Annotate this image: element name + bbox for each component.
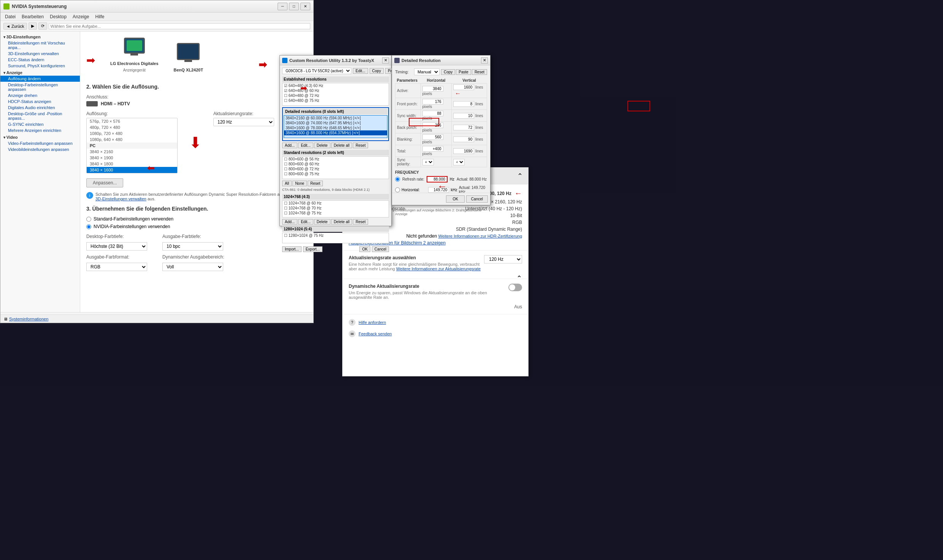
cru-edit-btn[interactable]: Edit... — [353, 68, 368, 74]
cru-reset2-btn[interactable]: Reset — [308, 181, 323, 186]
dr-ok-btn[interactable]: OK — [446, 195, 464, 203]
sidebar-item-hdcp[interactable]: HDCP-Status anzeigen — [0, 98, 80, 105]
cru-reset-btn[interactable]: Reset — [353, 143, 368, 148]
dr-close-button[interactable]: ✕ — [481, 57, 488, 63]
sidebar-item-ecc[interactable]: ECC-Status ändern — [0, 57, 80, 63]
radio-standard[interactable]: Standard-Farbeinstellungen verwenden — [86, 216, 307, 222]
res-3840-1800[interactable]: 3840 × 1800 — [87, 161, 177, 167]
cru-det-item-3[interactable]: 3840×1600 @ 78.000 Hz (648.65 MHz) [+/+] — [284, 125, 387, 130]
cru-1024-item-2[interactable]: 1024×768 @ 70 Hz — [283, 206, 389, 211]
resolution-list[interactable]: 576p, 720 × 576 480p, 720 × 480 1080p, 7… — [86, 118, 178, 173]
output-format-select[interactable]: RGB — [86, 263, 147, 271]
sp-feedback-link[interactable]: Feedback senden — [359, 332, 392, 336]
back-button[interactable]: ◄ Zurück — [3, 23, 27, 30]
cru-std-item-2[interactable]: 800×600 @ 60 Hz — [283, 162, 389, 167]
customize-button[interactable]: Anpassen... — [86, 178, 123, 187]
cru-deleteall3-btn[interactable]: Delete all — [331, 219, 352, 225]
sidebar-item-surround[interactable]: Surround, PhysX konfigurieren — [0, 63, 80, 69]
cru-std-item-3[interactable]: 800×600 @ 72 Hz — [283, 167, 389, 171]
status-link[interactable]: Systeminformationen — [9, 317, 48, 321]
sp-refresh-link[interactable]: Weitere Informationen zur Aktualisierung… — [396, 267, 481, 271]
sp-expand-icon[interactable]: ⌃ — [517, 172, 523, 180]
dr-active-h-input[interactable] — [422, 86, 443, 92]
sidebar-section-3d[interactable]: 3D-Einstellungen — [0, 33, 80, 40]
res-1080p-640[interactable]: 1080p, 640 × 480 — [87, 136, 177, 143]
dr-refresh-radio[interactable] — [395, 177, 400, 182]
dr-active-v-input[interactable] — [453, 84, 474, 90]
cru-1280-list[interactable]: 1280×1024 @ 75 Hz — [282, 233, 389, 243]
cru-est-item-3[interactable]: 640×480 @ 72 Hz — [283, 93, 389, 98]
menu-anzeige[interactable]: Anzeige — [70, 13, 92, 20]
menu-desktop[interactable]: Desktop — [47, 13, 70, 20]
maximize-button[interactable]: □ — [289, 3, 299, 10]
sidebar-item-video-farb[interactable]: Video-Farbeinstellungen anpassen — [0, 140, 80, 146]
res-3840-1600[interactable]: 3840 × 1600 — [87, 167, 177, 173]
dr-back-v-input[interactable] — [453, 125, 474, 130]
cru-delete2-btn[interactable]: Delete — [314, 143, 330, 148]
cru-standard-list[interactable]: 800×600 @ 56 Hz 800×600 @ 60 Hz 800×600 … — [282, 156, 389, 179]
sp-refresh-expand-icon[interactable]: ⌃ — [516, 274, 522, 282]
close-button[interactable]: ✕ — [300, 3, 310, 10]
cru-det-item-2[interactable]: 3840×1600 @ 74.000 Hz (647.95 MHz) [+/+] — [284, 121, 387, 125]
dr-blank-h-input[interactable] — [422, 134, 443, 140]
refresh-button[interactable]: ⟳ — [38, 22, 47, 30]
radio-nvidia[interactable]: NVIDIA-Farbeinstellungen verwenden — [86, 224, 307, 229]
sidebar-item-3d-verwalten[interactable]: 3D-Einstellungen verwalten — [0, 51, 80, 57]
dr-sync-h-input[interactable] — [422, 111, 443, 116]
sidebar-item-drehen[interactable]: Anzeige drehen — [0, 92, 80, 98]
cru-std-item-1[interactable]: 800×600 @ 56 Hz — [283, 157, 389, 162]
dr-paste-btn[interactable]: Paste — [456, 69, 471, 75]
sp-dynamic-toggle[interactable] — [508, 284, 522, 291]
dr-refresh-input[interactable] — [427, 176, 448, 182]
sidebar-item-gsync[interactable]: G-SYNC einrichten — [0, 121, 80, 127]
dr-front-h-input[interactable] — [422, 99, 443, 105]
dr-reset-btn[interactable]: Reset — [472, 69, 487, 75]
menu-hilfe[interactable]: Hilfe — [92, 13, 107, 20]
cru-monitor-select[interactable]: G09C0C8 - LG TV 55CR2 (active) — [282, 68, 351, 74]
sidebar-item-desktop-groesse[interactable]: Desktop-Größe und -Position anpass... — [0, 111, 80, 121]
cru-copy-btn[interactable]: Copy — [370, 68, 384, 74]
cru-std-item-4[interactable]: 800×600 @ 75 Hz — [283, 171, 389, 176]
cru-close-button[interactable]: ✕ — [382, 57, 389, 63]
dr-timing-select[interactable]: Manual — [414, 68, 440, 75]
cru-est-item-1[interactable]: 640×480 (4:3) 60 Hz — [283, 83, 389, 88]
sp-help-link[interactable]: Hilfe anfordern — [359, 320, 386, 325]
cru-est-item-4[interactable]: 640×480 @ 75 Hz — [283, 98, 389, 103]
cru-all-btn[interactable]: All — [282, 181, 292, 186]
output-depth-select[interactable]: 10 bpc — [162, 242, 223, 251]
cru-det-item-4[interactable]: 3840×1600 @ 88.000 Hz (654.37MHz) [+/+] — [284, 130, 387, 135]
cru-edit3-btn[interactable]: Edit... — [298, 219, 313, 225]
cru-add-btn[interactable]: Add... — [282, 143, 297, 148]
menu-datei[interactable]: Datei — [2, 13, 19, 20]
cru-detailed-list[interactable]: 3840×2160 @ 60.000 Hz (594.00 MHz) [+/+]… — [284, 115, 387, 138]
cru-1280-item-1[interactable]: 1280×1024 @ 75 Hz — [283, 233, 389, 238]
sp-refresh-dropdown[interactable]: 120 Hz — [484, 255, 522, 263]
cru-est-item-2[interactable]: 640×480 @ 60 Hz — [283, 88, 389, 93]
radio-nvidia-input[interactable] — [86, 224, 91, 229]
cru-det-item-1[interactable]: 3840×2160 @ 60.000 Hz (594.00 MHz) [+/+] — [284, 116, 387, 121]
cru-reset3-btn[interactable]: Reset — [353, 219, 368, 225]
forward-button[interactable]: ▶ — [29, 22, 37, 30]
cru-ok-btn[interactable]: OK — [359, 246, 370, 252]
sp-hdr-link[interactable]: Weitere Informationen zur HDR-Zertifizie… — [438, 234, 522, 238]
sidebar-item-mehrere[interactable]: Mehrere Anzeigen einrichten — [0, 127, 80, 133]
cru-delete3-btn[interactable]: Delete — [314, 219, 330, 225]
3d-settings-link[interactable]: 3D-Einstellungen verwalten — [95, 197, 146, 201]
sidebar-item-aufloesung[interactable]: Auflösung ändern — [0, 76, 80, 82]
dr-front-v-input[interactable] — [453, 101, 474, 107]
menu-bearbeiten[interactable]: Bearbeiten — [19, 13, 47, 20]
dr-sync-v-input[interactable] — [453, 113, 474, 119]
dr-polarity-h-select[interactable]: + — [422, 159, 434, 165]
dr-cancel-btn[interactable]: Cancel — [466, 195, 488, 203]
search-input[interactable] — [49, 23, 310, 29]
cru-deleteall-btn[interactable]: Delete all — [331, 143, 352, 148]
sidebar-item-video-bild[interactable]: Videobildeinstellungen anpassen — [0, 146, 80, 152]
res-1080p-720[interactable]: 1080p, 720 × 480 — [87, 130, 177, 136]
radio-standard-input[interactable] — [86, 217, 91, 222]
res-480p[interactable]: 480p, 720 × 480 — [87, 124, 177, 130]
desktop-depth-select[interactable]: Höchste (32 Bit) — [86, 242, 147, 251]
res-576p[interactable]: 576p, 720 × 576 — [87, 118, 177, 124]
res-4k[interactable]: 3840 × 2160 — [87, 149, 177, 155]
cru-1024-item-1[interactable]: 1024×768 @ 60 Hz — [283, 201, 389, 206]
cru-export-btn[interactable]: Export... — [303, 246, 322, 252]
